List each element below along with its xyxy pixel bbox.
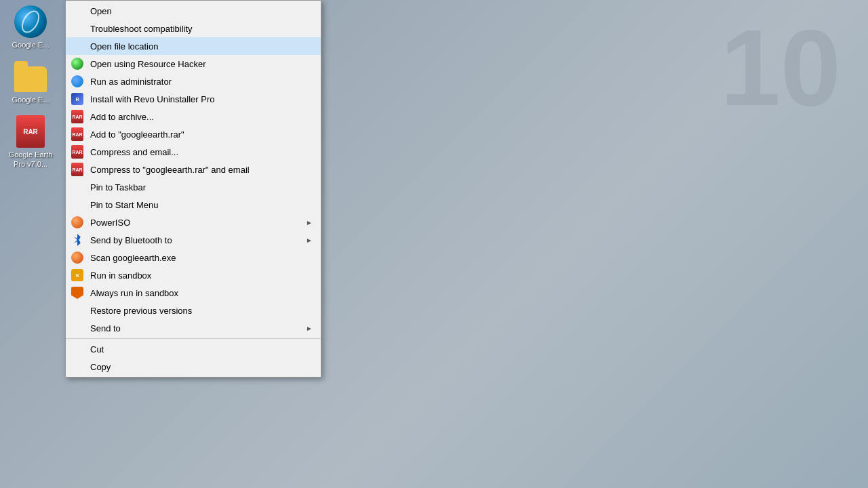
menu-item-revo[interactable]: R Install with Revo Uninstaller Pro <box>66 90 321 108</box>
folder-icon-img <box>14 60 47 93</box>
menu-item-send-bluetooth[interactable]: Send by Bluetooth to ► <box>66 231 321 249</box>
menu-item-run-admin[interactable]: Run as administrator <box>66 73 321 90</box>
menu-item-pin-taskbar-label: Pin to Taskbar <box>90 182 313 192</box>
menu-item-revo-label: Install with Revo Uninstaller Pro <box>90 94 313 104</box>
menu-item-open-label: Open <box>90 6 313 16</box>
menu-separator-1 <box>66 338 321 339</box>
menu-item-troubleshoot-label: Troubleshoot compatibility <box>90 24 313 34</box>
revo-icon: R <box>70 92 85 106</box>
always-sandbox-icon <box>70 285 85 300</box>
add-archive-icon: RAR <box>70 109 85 124</box>
menu-item-copy-label: Copy <box>90 362 313 372</box>
menu-item-resource-hacker-label: Open using Resource Hacker <box>90 59 313 69</box>
menu-item-scan-label: Scan googleearth.exe <box>90 253 313 263</box>
menu-item-restore-label: Restore previous versions <box>90 306 313 316</box>
bluetooth-icon <box>70 232 85 247</box>
rar-icon-shape: RAR <box>16 115 45 148</box>
context-menu: Open Troubleshoot compatibility Open fil… <box>65 0 321 378</box>
menu-item-add-rar-label: Add to "googleearth.rar" <box>90 129 313 140</box>
scan-icon <box>70 250 85 265</box>
ge-icon <box>14 5 47 38</box>
menu-item-add-archive-label: Add to archive... <box>90 112 313 122</box>
add-rar-icon: RAR <box>70 127 85 142</box>
menu-item-cut[interactable]: Cut <box>66 340 321 358</box>
menu-item-send-to[interactable]: Send to ► <box>66 319 321 337</box>
poweriso-submenu-arrow: ► <box>306 219 313 226</box>
menu-item-send-bluetooth-label: Send by Bluetooth to <box>90 235 306 245</box>
menu-item-add-rar[interactable]: RAR Add to "googleearth.rar" <box>66 125 321 143</box>
sandbox-icon: S <box>70 268 85 283</box>
menu-item-sandbox-label: Run in sandbox <box>90 270 313 281</box>
resource-hacker-icon <box>70 56 85 71</box>
menu-item-restore[interactable]: Restore previous versions <box>66 302 321 319</box>
menu-item-pin-taskbar[interactable]: Pin to Taskbar <box>66 178 321 196</box>
menu-item-always-sandbox-label: Always run in sandbox <box>90 288 313 298</box>
compress-rar-email-icon: RAR <box>70 162 85 177</box>
desktop-icon-label-3: Google Earth Pro v7.0... <box>3 150 58 168</box>
menu-item-run-admin-label: Run as administrator <box>90 77 313 87</box>
menu-item-compress-rar-email[interactable]: RAR Compress to "googleearth.rar" and em… <box>66 161 321 178</box>
menu-item-pin-start[interactable]: Pin to Start Menu <box>66 196 321 214</box>
menu-item-open-resource-hacker[interactable]: Open using Resource Hacker <box>66 55 321 73</box>
menu-item-pin-start-label: Pin to Start Menu <box>90 200 313 210</box>
send-to-submenu-arrow: ► <box>306 325 313 332</box>
desktop-icons-column: Google E... Google E... RAR Google Earth… <box>0 0 61 174</box>
desktop-icon-rar[interactable]: RAR Google Earth Pro v7.0... <box>0 110 61 174</box>
desktop-icon-label-1: Google E... <box>12 41 49 49</box>
menu-item-open-file-location-label: Open file location <box>90 41 313 52</box>
bluetooth-submenu-arrow: ► <box>306 237 313 244</box>
menu-item-copy[interactable]: Copy <box>66 358 321 375</box>
menu-item-open-file-location[interactable]: Open file location <box>66 37 321 55</box>
menu-item-compress-rar-email-label: Compress to "googleearth.rar" and email <box>90 165 313 175</box>
menu-item-troubleshoot[interactable]: Troubleshoot compatibility <box>66 20 321 37</box>
menu-item-poweriso[interactable]: PowerISO ► <box>66 214 321 231</box>
poweriso-icon <box>70 215 85 230</box>
desktop-icon-label-2: Google E... <box>12 96 49 104</box>
rar-icon-img: RAR <box>14 115 47 148</box>
menu-item-add-archive[interactable]: RAR Add to archive... <box>66 108 321 125</box>
desktop-icon-folder[interactable]: Google E... <box>0 55 61 110</box>
desktop-icon-google-earth[interactable]: Google E... <box>0 0 61 55</box>
menu-item-open[interactable]: Open <box>66 2 321 20</box>
folder-icon-shape <box>14 66 47 92</box>
menu-item-compress-email-label: Compress and email... <box>90 147 313 157</box>
menu-item-sandbox[interactable]: S Run in sandbox <box>66 266 321 284</box>
menu-item-send-to-label: Send to <box>90 323 306 333</box>
menu-item-compress-email[interactable]: RAR Compress and email... <box>66 143 321 161</box>
menu-item-cut-label: Cut <box>90 344 313 354</box>
menu-item-scan[interactable]: Scan googleearth.exe <box>66 249 321 266</box>
desktop-watermark: 10 <box>720 14 841 122</box>
compress-email-icon: RAR <box>70 144 85 159</box>
menu-item-always-sandbox[interactable]: Always run in sandbox <box>66 284 321 302</box>
run-admin-icon <box>70 74 85 89</box>
google-earth-icon-img <box>14 5 47 38</box>
menu-item-poweriso-label: PowerISO <box>90 218 306 228</box>
